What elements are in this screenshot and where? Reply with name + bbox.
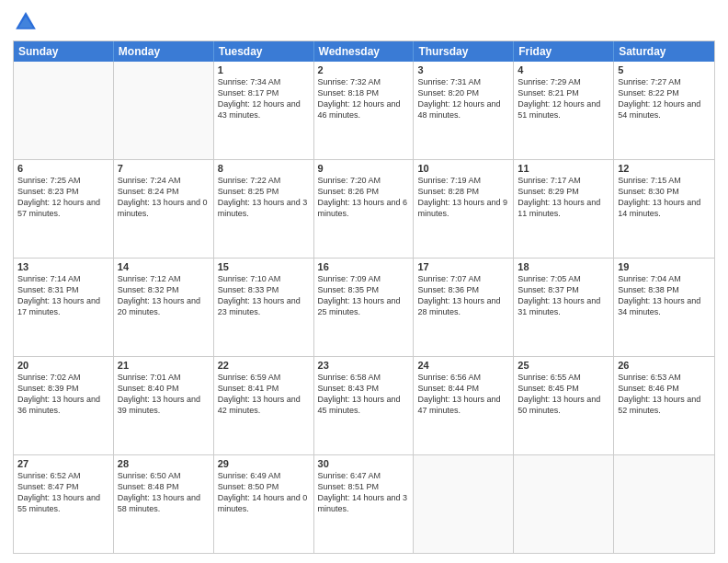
calendar-cell: 19Sunrise: 7:04 AM Sunset: 8:38 PM Dayli… — [614, 259, 714, 356]
day-number: 27 — [17, 458, 109, 469]
calendar-cell: 13Sunrise: 7:14 AM Sunset: 8:31 PM Dayli… — [14, 259, 114, 356]
day-number: 20 — [17, 360, 109, 371]
day-number: 17 — [417, 261, 509, 272]
calendar-cell: 24Sunrise: 6:56 AM Sunset: 8:44 PM Dayli… — [414, 357, 514, 454]
day-number: 4 — [518, 64, 609, 75]
day-number: 12 — [618, 163, 711, 174]
cell-info: Sunrise: 7:04 AM Sunset: 8:38 PM Dayligh… — [618, 273, 711, 318]
cell-info: Sunrise: 7:29 AM Sunset: 8:21 PM Dayligh… — [518, 76, 609, 121]
calendar-cell: 18Sunrise: 7:05 AM Sunset: 8:37 PM Dayli… — [514, 259, 614, 356]
day-number: 16 — [318, 261, 410, 272]
day-number: 22 — [218, 360, 310, 371]
calendar-cell: 12Sunrise: 7:15 AM Sunset: 8:30 PM Dayli… — [614, 160, 714, 258]
header — [13, 9, 715, 35]
calendar-body: 1Sunrise: 7:34 AM Sunset: 8:17 PM Daylig… — [14, 62, 714, 553]
cell-info: Sunrise: 7:02 AM Sunset: 8:39 PM Dayligh… — [17, 372, 109, 417]
calendar-header: SundayMondayTuesdayWednesdayThursdayFrid… — [14, 41, 714, 62]
calendar-cell: 9Sunrise: 7:20 AM Sunset: 8:26 PM Daylig… — [314, 160, 415, 258]
calendar-cell: 15Sunrise: 7:10 AM Sunset: 8:33 PM Dayli… — [214, 259, 314, 356]
calendar-header-cell: Friday — [514, 41, 614, 62]
calendar-header-cell: Saturday — [614, 41, 714, 62]
cell-info: Sunrise: 7:25 AM Sunset: 8:23 PM Dayligh… — [17, 175, 109, 220]
logo-icon — [13, 9, 39, 35]
day-number: 23 — [318, 360, 410, 371]
calendar-cell: 30Sunrise: 6:47 AM Sunset: 8:51 PM Dayli… — [314, 455, 415, 553]
calendar-cell — [14, 62, 114, 159]
cell-info: Sunrise: 6:50 AM Sunset: 8:48 PM Dayligh… — [118, 470, 210, 515]
day-number: 25 — [518, 360, 609, 371]
calendar-cell: 16Sunrise: 7:09 AM Sunset: 8:35 PM Dayli… — [314, 259, 415, 356]
day-number: 6 — [17, 163, 109, 174]
calendar-row: 13Sunrise: 7:14 AM Sunset: 8:31 PM Dayli… — [14, 258, 714, 356]
calendar-cell: 23Sunrise: 6:58 AM Sunset: 8:43 PM Dayli… — [314, 357, 415, 454]
calendar-row: 6Sunrise: 7:25 AM Sunset: 8:23 PM Daylig… — [14, 159, 714, 258]
cell-info: Sunrise: 7:12 AM Sunset: 8:32 PM Dayligh… — [118, 273, 210, 318]
calendar-cell: 29Sunrise: 6:49 AM Sunset: 8:50 PM Dayli… — [214, 455, 314, 553]
cell-info: Sunrise: 6:52 AM Sunset: 8:47 PM Dayligh… — [17, 470, 109, 515]
day-number: 9 — [318, 163, 410, 174]
day-number: 1 — [218, 64, 310, 75]
calendar-cell: 26Sunrise: 6:53 AM Sunset: 8:46 PM Dayli… — [614, 357, 714, 454]
calendar-cell: 3Sunrise: 7:31 AM Sunset: 8:20 PM Daylig… — [414, 62, 514, 159]
calendar-cell: 6Sunrise: 7:25 AM Sunset: 8:23 PM Daylig… — [14, 160, 114, 258]
day-number: 18 — [518, 261, 609, 272]
cell-info: Sunrise: 7:32 AM Sunset: 8:18 PM Dayligh… — [318, 76, 410, 121]
day-number: 11 — [518, 163, 609, 174]
calendar-header-cell: Monday — [114, 41, 214, 62]
calendar-row: 1Sunrise: 7:34 AM Sunset: 8:17 PM Daylig… — [14, 62, 714, 159]
calendar-cell: 25Sunrise: 6:55 AM Sunset: 8:45 PM Dayli… — [514, 357, 614, 454]
calendar-cell: 21Sunrise: 7:01 AM Sunset: 8:40 PM Dayli… — [114, 357, 214, 454]
cell-info: Sunrise: 7:24 AM Sunset: 8:24 PM Dayligh… — [118, 175, 210, 220]
calendar-cell: 22Sunrise: 6:59 AM Sunset: 8:41 PM Dayli… — [214, 357, 314, 454]
cell-info: Sunrise: 7:07 AM Sunset: 8:36 PM Dayligh… — [417, 273, 509, 318]
calendar-row: 20Sunrise: 7:02 AM Sunset: 8:39 PM Dayli… — [14, 356, 714, 454]
calendar-cell: 5Sunrise: 7:27 AM Sunset: 8:22 PM Daylig… — [614, 62, 714, 159]
calendar-cell: 27Sunrise: 6:52 AM Sunset: 8:47 PM Dayli… — [14, 455, 114, 553]
day-number: 24 — [417, 360, 509, 371]
calendar-cell: 17Sunrise: 7:07 AM Sunset: 8:36 PM Dayli… — [414, 259, 514, 356]
day-number: 19 — [618, 261, 711, 272]
calendar-cell — [514, 455, 614, 553]
day-number: 30 — [318, 458, 410, 469]
cell-info: Sunrise: 6:59 AM Sunset: 8:41 PM Dayligh… — [218, 372, 310, 417]
cell-info: Sunrise: 7:27 AM Sunset: 8:22 PM Dayligh… — [618, 76, 711, 121]
calendar-cell: 7Sunrise: 7:24 AM Sunset: 8:24 PM Daylig… — [114, 160, 214, 258]
calendar-cell — [614, 455, 714, 553]
cell-info: Sunrise: 6:58 AM Sunset: 8:43 PM Dayligh… — [318, 372, 410, 417]
cell-info: Sunrise: 7:20 AM Sunset: 8:26 PM Dayligh… — [318, 175, 410, 220]
cell-info: Sunrise: 7:22 AM Sunset: 8:25 PM Dayligh… — [218, 175, 310, 220]
day-number: 3 — [417, 64, 509, 75]
cell-info: Sunrise: 7:31 AM Sunset: 8:20 PM Dayligh… — [417, 76, 509, 121]
calendar-cell: 4Sunrise: 7:29 AM Sunset: 8:21 PM Daylig… — [514, 62, 614, 159]
calendar-cell — [114, 62, 214, 159]
cell-info: Sunrise: 7:15 AM Sunset: 8:30 PM Dayligh… — [618, 175, 711, 220]
cell-info: Sunrise: 7:09 AM Sunset: 8:35 PM Dayligh… — [318, 273, 410, 318]
cell-info: Sunrise: 7:10 AM Sunset: 8:33 PM Dayligh… — [218, 273, 310, 318]
calendar-header-cell: Wednesday — [314, 41, 415, 62]
day-number: 21 — [118, 360, 210, 371]
calendar-cell: 28Sunrise: 6:50 AM Sunset: 8:48 PM Dayli… — [114, 455, 214, 553]
day-number: 29 — [218, 458, 310, 469]
day-number: 13 — [17, 261, 109, 272]
page: SundayMondayTuesdayWednesdayThursdayFrid… — [0, 0, 728, 563]
cell-info: Sunrise: 7:17 AM Sunset: 8:29 PM Dayligh… — [518, 175, 609, 220]
cell-info: Sunrise: 6:49 AM Sunset: 8:50 PM Dayligh… — [218, 470, 310, 515]
cell-info: Sunrise: 7:14 AM Sunset: 8:31 PM Dayligh… — [17, 273, 109, 318]
calendar: SundayMondayTuesdayWednesdayThursdayFrid… — [13, 40, 715, 554]
calendar-header-cell: Thursday — [414, 41, 514, 62]
day-number: 2 — [318, 64, 410, 75]
calendar-row: 27Sunrise: 6:52 AM Sunset: 8:47 PM Dayli… — [14, 454, 714, 553]
calendar-cell: 2Sunrise: 7:32 AM Sunset: 8:18 PM Daylig… — [314, 62, 415, 159]
cell-info: Sunrise: 6:47 AM Sunset: 8:51 PM Dayligh… — [318, 470, 410, 515]
cell-info: Sunrise: 7:01 AM Sunset: 8:40 PM Dayligh… — [118, 372, 210, 417]
calendar-cell: 10Sunrise: 7:19 AM Sunset: 8:28 PM Dayli… — [414, 160, 514, 258]
day-number: 15 — [218, 261, 310, 272]
calendar-cell: 11Sunrise: 7:17 AM Sunset: 8:29 PM Dayli… — [514, 160, 614, 258]
day-number: 26 — [618, 360, 711, 371]
cell-info: Sunrise: 6:56 AM Sunset: 8:44 PM Dayligh… — [417, 372, 509, 417]
calendar-cell — [414, 455, 514, 553]
calendar-cell: 1Sunrise: 7:34 AM Sunset: 8:17 PM Daylig… — [214, 62, 314, 159]
cell-info: Sunrise: 6:53 AM Sunset: 8:46 PM Dayligh… — [618, 372, 711, 417]
calendar-cell: 20Sunrise: 7:02 AM Sunset: 8:39 PM Dayli… — [14, 357, 114, 454]
day-number: 5 — [618, 64, 711, 75]
